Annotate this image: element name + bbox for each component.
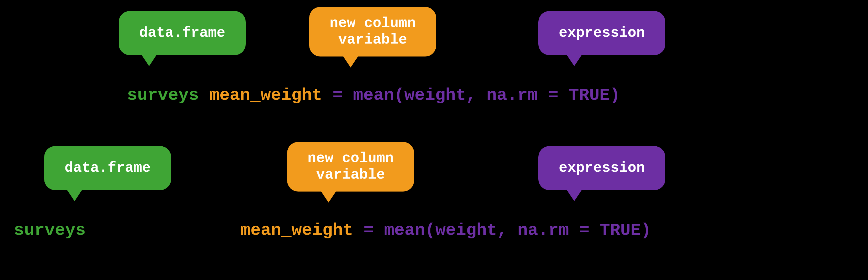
- code-token-mean-weight: mean_weight: [240, 220, 353, 240]
- bubble-tail-icon: [566, 54, 583, 66]
- bubble-label: new column variable: [330, 15, 416, 48]
- bubble-tail-icon: [342, 55, 359, 68]
- bubble-data-frame-2: data.frame: [44, 146, 171, 190]
- code-token-surveys: surveys: [127, 85, 199, 105]
- bubble-tail-icon: [320, 190, 337, 203]
- code-token-expression: = mean(weight, na.rm = TRUE): [364, 220, 651, 240]
- bubble-label: expression: [559, 25, 645, 41]
- code-line-1: surveys mean_weight = mean(weight, na.rm…: [127, 85, 620, 105]
- bubble-new-column-2: new column variable: [287, 142, 414, 191]
- bubble-tail-icon: [66, 189, 83, 201]
- bubble-label: new column variable: [308, 150, 394, 183]
- bubble-data-frame-1: data.frame: [119, 11, 246, 55]
- bubble-label: data.frame: [65, 160, 151, 176]
- code-token-mean-weight: mean_weight: [209, 85, 322, 105]
- bubble-label: data.frame: [139, 25, 225, 41]
- code-line-2b: mean_weight = mean(weight, na.rm = TRUE): [240, 220, 651, 240]
- bubble-tail-icon: [566, 189, 583, 201]
- code-token-expression: = mean(weight, na.rm = TRUE): [332, 85, 620, 105]
- bubble-new-column-1: new column variable: [309, 7, 436, 57]
- bubble-tail-icon: [141, 54, 157, 66]
- bubble-label: expression: [559, 160, 645, 176]
- bubble-expression-1: expression: [538, 11, 665, 55]
- code-token-surveys: surveys: [14, 220, 86, 240]
- code-line-2a: surveys: [14, 220, 86, 240]
- bubble-expression-2: expression: [538, 146, 665, 190]
